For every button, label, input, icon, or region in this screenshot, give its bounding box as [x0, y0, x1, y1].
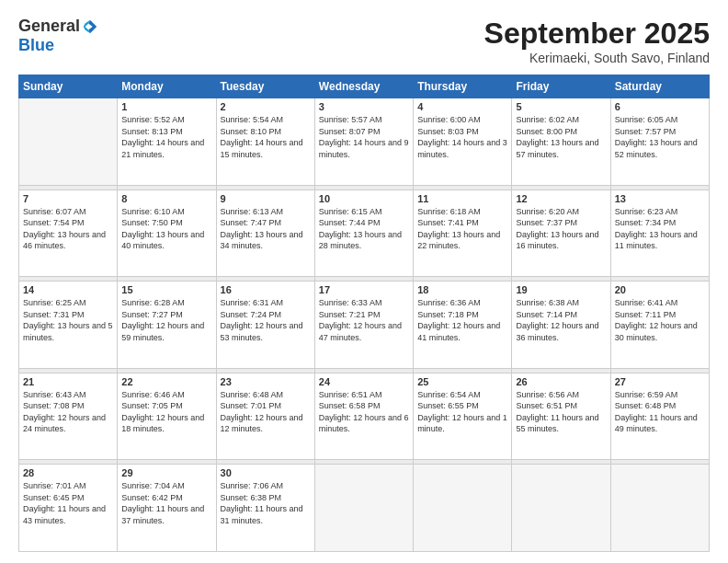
header: General Blue September 2025 Kerimaeki, S…	[18, 17, 710, 65]
day-cell: 9Sunrise: 6:13 AMSunset: 7:47 PMDaylight…	[216, 190, 314, 277]
day-cell: 20Sunrise: 6:41 AMSunset: 7:11 PMDayligh…	[610, 282, 709, 369]
day-cell: 6Sunrise: 6:05 AMSunset: 7:57 PMDaylight…	[610, 98, 709, 186]
day-info: Sunrise: 5:54 AMSunset: 8:10 PMDaylight:…	[221, 114, 311, 160]
day-info: Sunrise: 5:52 AMSunset: 8:13 PMDaylight:…	[121, 114, 211, 160]
day-number: 18	[417, 284, 507, 295]
day-cell: 13Sunrise: 6:23 AMSunset: 7:34 PMDayligh…	[610, 190, 709, 277]
day-number: 12	[516, 193, 606, 204]
day-cell: 25Sunrise: 6:54 AMSunset: 6:55 PMDayligh…	[414, 373, 512, 460]
svg-marker-0	[88, 19, 97, 32]
day-info: Sunrise: 6:23 AMSunset: 7:34 PMDaylight:…	[615, 206, 705, 252]
day-info: Sunrise: 6:43 AMSunset: 7:08 PMDaylight:…	[23, 389, 113, 435]
svg-marker-1	[84, 19, 90, 32]
day-number: 15	[121, 284, 211, 295]
day-info: Sunrise: 6:05 AMSunset: 7:57 PMDaylight:…	[615, 114, 705, 160]
day-cell: 21Sunrise: 6:43 AMSunset: 7:08 PMDayligh…	[19, 373, 118, 460]
location: Kerimaeki, South Savo, Finland	[484, 51, 710, 65]
calendar: Sunday Monday Tuesday Wednesday Thursday…	[18, 75, 710, 552]
day-cell: 5Sunrise: 6:02 AMSunset: 8:00 PMDaylight…	[512, 98, 610, 186]
day-info: Sunrise: 6:25 AMSunset: 7:31 PMDaylight:…	[23, 297, 113, 343]
day-info: Sunrise: 6:02 AMSunset: 8:00 PMDaylight:…	[516, 114, 606, 160]
day-cell: 19Sunrise: 6:38 AMSunset: 7:14 PMDayligh…	[512, 282, 610, 369]
day-cell: 23Sunrise: 6:48 AMSunset: 7:01 PMDayligh…	[216, 373, 314, 460]
day-cell: 10Sunrise: 6:15 AMSunset: 7:44 PMDayligh…	[314, 190, 413, 277]
day-info: Sunrise: 6:28 AMSunset: 7:27 PMDaylight:…	[121, 297, 211, 343]
day-number: 17	[319, 284, 409, 295]
header-monday: Monday	[118, 75, 216, 98]
day-number: 8	[121, 193, 211, 204]
header-saturday: Saturday	[610, 75, 709, 98]
day-number: 26	[516, 376, 606, 387]
day-number: 25	[417, 376, 507, 387]
day-info: Sunrise: 6:46 AMSunset: 7:05 PMDaylight:…	[121, 389, 211, 435]
day-info: Sunrise: 6:18 AMSunset: 7:41 PMDaylight:…	[417, 206, 507, 252]
day-cell	[414, 465, 512, 552]
day-number: 11	[417, 193, 507, 204]
day-cell: 4Sunrise: 6:00 AMSunset: 8:03 PMDaylight…	[414, 98, 512, 186]
day-cell: 12Sunrise: 6:20 AMSunset: 7:37 PMDayligh…	[512, 190, 610, 277]
day-number: 14	[23, 284, 113, 295]
day-number: 6	[615, 101, 705, 112]
day-cell: 2Sunrise: 5:54 AMSunset: 8:10 PMDaylight…	[216, 98, 314, 186]
day-cell: 22Sunrise: 6:46 AMSunset: 7:05 PMDayligh…	[118, 373, 216, 460]
day-info: Sunrise: 7:06 AMSunset: 6:38 PMDaylight:…	[221, 480, 311, 526]
day-number: 27	[615, 376, 705, 387]
day-cell: 24Sunrise: 6:51 AMSunset: 6:58 PMDayligh…	[314, 373, 413, 460]
day-number: 3	[319, 101, 409, 112]
day-cell: 3Sunrise: 5:57 AMSunset: 8:07 PMDaylight…	[314, 98, 413, 186]
header-wednesday: Wednesday	[314, 75, 413, 98]
day-number: 9	[221, 193, 311, 204]
day-info: Sunrise: 6:07 AMSunset: 7:54 PMDaylight:…	[23, 206, 113, 252]
day-cell: 16Sunrise: 6:31 AMSunset: 7:24 PMDayligh…	[216, 282, 314, 369]
day-cell: 15Sunrise: 6:28 AMSunset: 7:27 PMDayligh…	[118, 282, 216, 369]
day-number: 30	[221, 467, 311, 478]
day-cell	[512, 465, 610, 552]
day-number: 22	[121, 376, 211, 387]
day-number: 13	[615, 193, 705, 204]
week-row-4: 28Sunrise: 7:01 AMSunset: 6:45 PMDayligh…	[19, 465, 710, 552]
day-cell: 29Sunrise: 7:04 AMSunset: 6:42 PMDayligh…	[118, 465, 216, 552]
day-number: 10	[319, 193, 409, 204]
day-info: Sunrise: 6:15 AMSunset: 7:44 PMDaylight:…	[319, 206, 409, 252]
day-cell: 26Sunrise: 6:56 AMSunset: 6:51 PMDayligh…	[512, 373, 610, 460]
day-cell: 14Sunrise: 6:25 AMSunset: 7:31 PMDayligh…	[19, 282, 118, 369]
day-number: 28	[23, 467, 113, 478]
week-row-1: 7Sunrise: 6:07 AMSunset: 7:54 PMDaylight…	[19, 190, 710, 277]
week-row-0: 1Sunrise: 5:52 AMSunset: 8:13 PMDaylight…	[19, 98, 710, 186]
day-info: Sunrise: 6:31 AMSunset: 7:24 PMDaylight:…	[221, 297, 311, 343]
logo: General Blue	[18, 17, 98, 55]
week-row-2: 14Sunrise: 6:25 AMSunset: 7:31 PMDayligh…	[19, 282, 710, 369]
day-cell: 17Sunrise: 6:33 AMSunset: 7:21 PMDayligh…	[314, 282, 413, 369]
day-cell: 11Sunrise: 6:18 AMSunset: 7:41 PMDayligh…	[414, 190, 512, 277]
day-cell: 27Sunrise: 6:59 AMSunset: 6:48 PMDayligh…	[610, 373, 709, 460]
day-number: 29	[121, 467, 211, 478]
day-number: 4	[417, 101, 507, 112]
day-cell	[19, 98, 118, 186]
day-info: Sunrise: 7:01 AMSunset: 6:45 PMDaylight:…	[23, 480, 113, 526]
day-info: Sunrise: 6:33 AMSunset: 7:21 PMDaylight:…	[319, 297, 409, 343]
logo-blue: Blue	[18, 36, 54, 55]
day-info: Sunrise: 6:20 AMSunset: 7:37 PMDaylight:…	[516, 206, 606, 252]
day-number: 21	[23, 376, 113, 387]
day-info: Sunrise: 6:59 AMSunset: 6:48 PMDaylight:…	[615, 389, 705, 435]
day-cell	[610, 465, 709, 552]
logo-icon	[82, 18, 98, 35]
day-cell: 28Sunrise: 7:01 AMSunset: 6:45 PMDayligh…	[19, 465, 118, 552]
day-info: Sunrise: 6:56 AMSunset: 6:51 PMDaylight:…	[516, 389, 606, 435]
day-info: Sunrise: 6:54 AMSunset: 6:55 PMDaylight:…	[417, 389, 507, 435]
day-number: 16	[221, 284, 311, 295]
day-info: Sunrise: 6:10 AMSunset: 7:50 PMDaylight:…	[121, 206, 211, 252]
day-number: 1	[121, 101, 211, 112]
day-info: Sunrise: 6:13 AMSunset: 7:47 PMDaylight:…	[221, 206, 311, 252]
day-number: 7	[23, 193, 113, 204]
header-thursday: Thursday	[414, 75, 512, 98]
day-number: 23	[221, 376, 311, 387]
day-number: 19	[516, 284, 606, 295]
week-row-3: 21Sunrise: 6:43 AMSunset: 7:08 PMDayligh…	[19, 373, 710, 460]
day-cell: 8Sunrise: 6:10 AMSunset: 7:50 PMDaylight…	[118, 190, 216, 277]
weekday-header-row: Sunday Monday Tuesday Wednesday Thursday…	[19, 75, 710, 98]
day-info: Sunrise: 6:48 AMSunset: 7:01 PMDaylight:…	[221, 389, 311, 435]
day-cell: 1Sunrise: 5:52 AMSunset: 8:13 PMDaylight…	[118, 98, 216, 186]
day-info: Sunrise: 6:51 AMSunset: 6:58 PMDaylight:…	[319, 389, 409, 435]
day-number: 24	[319, 376, 409, 387]
